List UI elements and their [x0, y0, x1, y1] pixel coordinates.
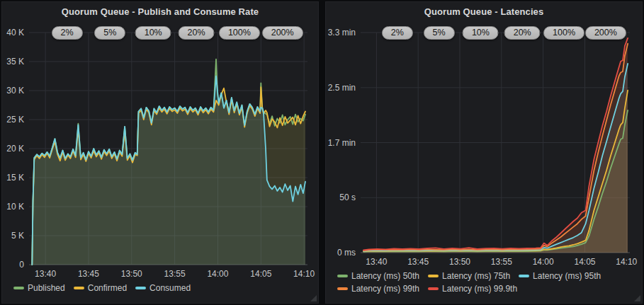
series-area-latency-ms-99-9th [363, 38, 628, 253]
legend-series-label: Latency (ms) 75th [442, 271, 510, 281]
annotation-badge-100-[interactable]: 100% [219, 26, 260, 40]
x-axis-tick-label: 14:00 [522, 257, 565, 267]
panel-latencies: Quorum Queue - Latencies Latency (ms) 50… [325, 1, 643, 304]
y-axis-tick-label: 5 K [2, 231, 24, 241]
x-axis-tick-label: 13:45 [67, 269, 110, 279]
chart-canvas[interactable] [29, 33, 307, 265]
legend-series-label: Published [28, 283, 65, 293]
x-axis-tick-label: 14:10 [283, 269, 325, 279]
x-axis-tick-label: 14:10 [605, 257, 644, 267]
legend: Latency (ms) 50thLatency (ms) 75thLatenc… [337, 271, 636, 294]
legend-series-color-dash [428, 287, 439, 290]
x-axis-tick-label: 13:55 [154, 269, 196, 279]
legend-series-color-dash [428, 275, 439, 277]
annotation-badge-100-[interactable]: 100% [543, 26, 584, 40]
legend-series-label: Latency (ms) 95th [533, 271, 601, 281]
legend-item-published[interactable]: Published [13, 283, 65, 293]
legend-series-label: Latency (ms) 99th [351, 284, 419, 294]
x-axis-tick-label: 14:05 [563, 257, 606, 267]
panel-resize-handle[interactable] [310, 295, 317, 301]
annotation-badge-200-[interactable]: 200% [585, 26, 626, 40]
x-axis-tick-label: 13:40 [355, 257, 397, 267]
x-axis-tick-label: 13:55 [480, 257, 523, 267]
legend-item-consumed[interactable]: Consumed [135, 283, 191, 293]
y-axis-tick-label: 3.3 min [326, 28, 356, 38]
legend-series-color-dash [337, 275, 348, 277]
x-axis-tick-label: 14:05 [239, 269, 282, 279]
panel-publish-consume-rate: Quorum Queue - Publish and Consume Rate … [1, 1, 319, 304]
legend: PublishedConfirmedConsumed [13, 283, 312, 293]
y-axis-tick-label: 20 K [2, 144, 24, 154]
grafana-dashboard: { "page": {"background": "#0b0c0e", "pan… [0, 0, 644, 305]
legend-series-color-dash [74, 287, 84, 289]
legend-item-latency-ms-95th[interactable]: Latency (ms) 95th [519, 271, 601, 281]
legend-series-label: Confirmed [88, 283, 127, 293]
y-axis-tick-label: 40 K [2, 28, 24, 38]
legend-series-color-dash [135, 287, 146, 289]
x-axis-tick-label: 13:50 [111, 269, 153, 279]
y-axis-tick-label: 30 K [2, 86, 24, 96]
x-axis-tick-label: 14:00 [196, 269, 239, 279]
y-axis-tick-label: 15 K [2, 173, 24, 183]
annotation-badge-10-[interactable]: 10% [135, 26, 171, 40]
y-axis-tick-label: 35 K [2, 57, 24, 67]
series-area-consumed [32, 76, 305, 265]
annotation-badge-5-[interactable]: 5% [94, 26, 125, 40]
annotation-badge-2-[interactable]: 2% [51, 26, 82, 40]
annotation-badge-2-[interactable]: 2% [382, 26, 413, 40]
legend-series-label: Consumed [149, 283, 191, 293]
annotation-badge-20-[interactable]: 20% [504, 26, 541, 40]
panel-title[interactable]: Quorum Queue - Latencies [326, 2, 642, 17]
x-axis-tick-label: 13:40 [24, 269, 67, 279]
legend-series-label: Latency (ms) 99.9th [442, 284, 517, 294]
legend-series-label: Latency (ms) 50th [351, 271, 419, 281]
annotation-badge-20-[interactable]: 20% [179, 26, 215, 40]
annotation-badge-5-[interactable]: 5% [424, 26, 455, 40]
annotation-badge-10-[interactable]: 10% [463, 26, 499, 40]
annotation-badge-200-[interactable]: 200% [262, 26, 303, 40]
legend-item-latency-ms-50th[interactable]: Latency (ms) 50th [337, 271, 419, 281]
y-axis-tick-label: 2.5 min [326, 83, 356, 93]
legend-item-latency-ms-99-9th[interactable]: Latency (ms) 99.9th [428, 284, 517, 294]
y-axis-tick-label: 10 K [2, 202, 24, 212]
y-axis-tick-label: 1.7 min [326, 138, 356, 148]
legend-series-color-dash [337, 287, 348, 290]
panel-resize-handle[interactable] [634, 295, 640, 301]
y-axis-tick-label: 25 K [2, 115, 24, 125]
panel-title[interactable]: Quorum Queue - Publish and Consume Rate [2, 2, 318, 17]
legend-series-color-dash [519, 275, 529, 277]
legend-series-color-dash [13, 287, 24, 289]
chart-canvas[interactable] [361, 33, 630, 253]
y-axis-tick-label: 50 s [326, 192, 356, 202]
legend-item-latency-ms-99th[interactable]: Latency (ms) 99th [337, 284, 419, 294]
y-axis-tick-label: 0 ms [326, 248, 356, 258]
legend-item-confirmed[interactable]: Confirmed [74, 283, 127, 293]
y-axis-tick-label: 0 [2, 260, 24, 270]
x-axis-tick-label: 13:50 [439, 257, 481, 267]
x-axis-tick-label: 13:45 [397, 257, 439, 267]
legend-item-latency-ms-75th[interactable]: Latency (ms) 75th [428, 271, 510, 281]
